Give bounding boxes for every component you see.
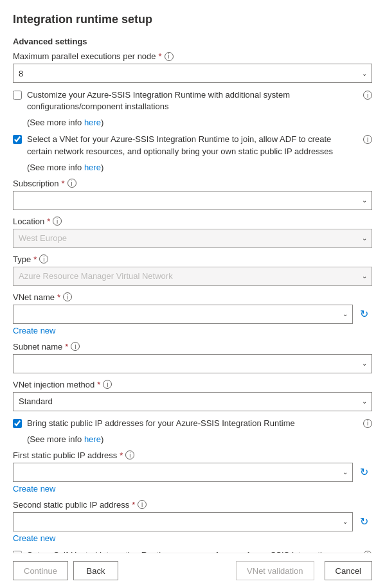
customize-info-icon[interactable]: i [363,91,372,100]
required-star: * [159,51,162,61]
location-label: Location * i [13,217,372,226]
location-select: West Europe [13,229,372,248]
max-parallel-info-icon[interactable]: i [165,52,174,61]
first-static-ip-label: First static public IP address * i [13,450,372,460]
location-info-icon[interactable]: i [53,217,62,226]
vnet-name-required-star: * [57,292,60,302]
static-ip-see-more: (See more info here) [27,434,372,444]
static-ip-checkbox-row: Bring static public IP addresses for you… [13,418,372,429]
vnet-injection-info-icon[interactable]: i [103,380,112,389]
vnet-here-link[interactable]: here [84,163,101,172]
first-static-ip-refresh-button[interactable]: ↻ [355,463,372,482]
location-select-wrapper: West Europe ⌄ [13,229,372,248]
subscription-select[interactable] [13,191,372,210]
subnet-name-info-icon[interactable]: i [71,342,80,351]
static-ip-here-link[interactable]: here [84,434,101,444]
first-static-ip-select-with-refresh: ⌄ ↻ [13,463,372,482]
max-parallel-select-wrapper: 8 1 2 4 16 ⌄ [13,64,372,83]
second-static-ip-info-icon[interactable]: i [138,500,147,509]
second-static-ip-required-star: * [132,500,135,510]
subscription-info-icon[interactable]: i [67,179,76,188]
vnet-name-select-with-refresh: ⌄ ↻ [13,305,372,324]
vnet-see-more: (See more info here) [27,163,372,172]
customize-checkbox[interactable] [13,91,22,100]
vnet-injection-select[interactable]: Standard Express [13,392,372,411]
subnet-name-required-star: * [65,342,68,352]
first-static-ip-select[interactable] [13,463,353,482]
static-ip-checkbox[interactable] [13,419,22,428]
type-select-wrapper: Azure Resource Manager Virtual Network ⌄ [13,267,372,286]
second-static-ip-label: Second static public IP address * i [13,500,372,510]
subscription-required-star: * [62,179,65,188]
subnet-name-label: Subnet name * i [13,342,372,352]
type-label: Type * i [13,254,372,264]
customize-see-more: (See more info here) [27,118,372,127]
first-static-ip-info-icon[interactable]: i [125,450,134,459]
vnet-name-refresh-button[interactable]: ↻ [355,305,372,324]
cancel-button[interactable]: Cancel [325,561,372,580]
customize-checkbox-row: Customize your Azure-SSIS Integration Ru… [13,89,372,112]
vnet-name-info-icon[interactable]: i [63,292,72,301]
first-static-ip-select-wrapper: ⌄ [13,463,353,482]
vnet-injection-select-wrapper: Standard Express ⌄ [13,392,372,411]
second-static-ip-field: Second static public IP address * i ⌄ ↻ … [13,500,372,543]
first-static-ip-required-star: * [120,450,123,460]
first-static-ip-create-new-link[interactable]: Create new [13,484,55,494]
section-title: Advanced settings [13,37,372,46]
footer: Continue Back VNet validation Cancel [13,553,372,588]
max-parallel-field: Maximum parallel executions per node * i… [13,51,372,83]
vnet-injection-label: VNet injection method * i [13,380,372,389]
continue-button[interactable]: Continue [13,561,68,580]
subscription-select-wrapper: ⌄ [13,191,372,210]
customize-label: Customize your Azure-SSIS Integration Ru… [27,89,358,112]
vnet-name-select[interactable] [13,305,353,324]
page-title: Integration runtime setup [13,13,372,26]
type-info-icon[interactable]: i [39,254,48,263]
subnet-name-field: Subnet name * i ⌄ [13,342,372,373]
type-required-star: * [33,254,37,264]
location-field: Location * i West Europe ⌄ [13,217,372,248]
customize-here-link[interactable]: here [84,118,101,127]
subscription-label: Subscription * i [13,179,372,188]
advanced-settings-section: Advanced settings Maximum parallel execu… [13,37,372,553]
vnet-name-create-new-link[interactable]: Create new [13,326,55,335]
static-ip-info-icon[interactable]: i [363,419,372,428]
vnet-injection-field: VNet injection method * i Standard Expre… [13,380,372,411]
type-field: Type * i Azure Resource Manager Virtual … [13,254,372,286]
location-required-star: * [47,217,50,226]
vnet-checkbox[interactable] [13,135,22,144]
back-button[interactable]: Back [73,561,118,580]
vnet-validation-button: VNet validation [236,561,314,580]
vnet-name-label: VNet name * i [13,292,372,302]
second-static-ip-select[interactable] [13,512,353,531]
max-parallel-select[interactable]: 8 1 2 4 16 [13,64,372,83]
subscription-field: Subscription * i ⌄ [13,179,372,210]
first-static-ip-field: First static public IP address * i ⌄ ↻ C… [13,450,372,494]
second-static-ip-refresh-button[interactable]: ↻ [355,512,372,531]
vnet-label: Select a VNet for your Azure-SSIS Integr… [27,134,358,157]
vnet-name-select-wrapper: ⌄ [13,305,353,324]
vnet-info-icon[interactable]: i [363,135,372,144]
vnet-checkbox-row: Select a VNet for your Azure-SSIS Integr… [13,134,372,157]
subnet-name-select[interactable] [13,354,372,373]
second-static-ip-create-new-link[interactable]: Create new [13,533,55,543]
static-ip-label: Bring static public IP addresses for you… [27,418,358,429]
subnet-name-select-wrapper: ⌄ [13,354,372,373]
second-static-ip-select-wrapper: ⌄ [13,512,353,531]
max-parallel-label: Maximum parallel executions per node * i [13,51,372,61]
second-static-ip-select-with-refresh: ⌄ ↻ [13,512,372,531]
vnet-injection-required-star: * [97,380,100,389]
type-select: Azure Resource Manager Virtual Network [13,267,372,286]
vnet-name-field: VNet name * i ⌄ ↻ Create new [13,292,372,335]
